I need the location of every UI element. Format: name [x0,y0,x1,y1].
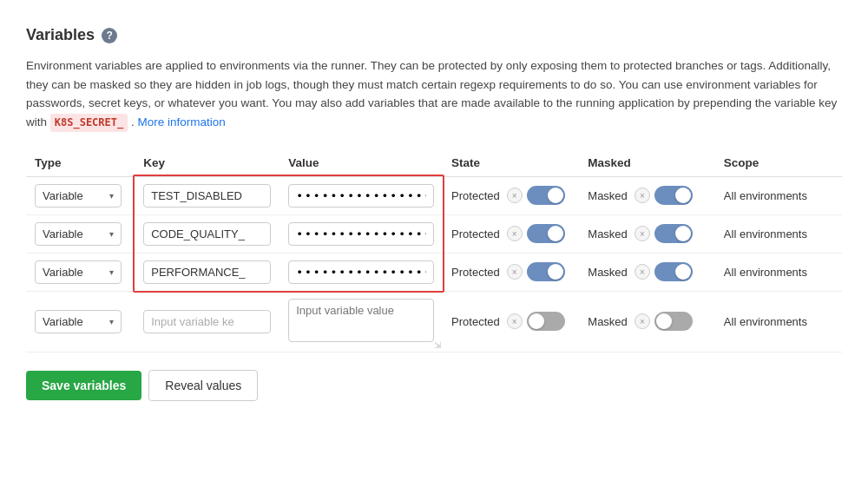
state-label-0: Protected [451,189,500,202]
scope-value-1: All environments [724,227,807,240]
value-input-0[interactable] [288,184,434,208]
key-cell-2 [135,253,279,291]
state-cell-2: Protected × [443,253,579,291]
variables-table-wrapper: Type Key Value State Masked Scope Variab… [26,149,842,353]
scope-cell-0: All environments [715,176,842,214]
rows-highlight-container: Type Key Value State Masked Scope Variab… [26,149,842,353]
key-input-1[interactable] [143,222,271,246]
masked-toggle-x-0[interactable]: × [635,188,650,203]
type-select-3[interactable]: Variable ▾ [35,310,122,333]
page-title-row: Variables ? [26,26,842,44]
col-header-value: Value [279,149,443,177]
type-select-2[interactable]: Variable ▾ [35,260,122,284]
scope-cell-2: All environments [715,253,842,291]
table-row: Variable ▾ Protected × [26,253,842,291]
masked-toggle-x-2[interactable]: × [635,264,650,280]
state-label-1: Protected [451,227,500,240]
k8s-badge: K8S_SECRET_ [50,114,128,132]
table-header-row: Type Key Value State Masked Scope [26,149,842,177]
masked-toggle-1[interactable] [654,224,693,243]
table-row: Variable ▾ Protected × [26,176,842,214]
state-toggle-wrapper-1: × [507,224,565,243]
state-label-3: Protected [451,315,500,328]
col-header-type: Type [26,149,135,177]
masked-toggle-wrapper-1: × [635,224,693,243]
state-cell-1: Protected × [443,214,579,253]
save-button[interactable]: Save variables [26,371,141,400]
masked-label-2: Masked [588,266,628,279]
state-toggle-x-2[interactable]: × [507,264,523,280]
masked-cell-1: Masked × [579,214,715,253]
value-cell-3: ⇲ [279,291,443,352]
state-toggle-x-3[interactable]: × [507,313,523,329]
chevron-down-icon: ▾ [109,229,114,239]
table-row: Variable ▾ Protected × [26,214,842,253]
col-header-state: State [443,149,579,177]
state-cell-3: Protected × [443,291,579,352]
footer-buttons: Save variables Reveal values [26,370,842,401]
key-input-3[interactable] [143,310,271,333]
type-label-1: Variable [43,227,83,240]
masked-cell-2: Masked × [579,253,715,291]
state-toggle-wrapper-3: × [507,312,565,331]
state-toggle-3[interactable] [527,312,565,331]
col-header-scope: Scope [715,149,842,177]
state-toggle-x-1[interactable]: × [507,226,523,241]
page-title-text: Variables [26,26,95,44]
state-toggle-2[interactable] [527,262,565,281]
description-text-2: . [128,115,137,128]
key-input-0[interactable] [143,184,271,208]
key-cell-0 [135,176,279,214]
state-toggle-wrapper-0: × [507,186,565,205]
chevron-down-icon: ▾ [109,317,114,326]
masked-toggle-x-3[interactable]: × [635,313,650,329]
masked-toggle-x-1[interactable]: × [635,226,650,241]
masked-toggle-0[interactable] [654,186,693,205]
type-label-3: Variable [43,315,83,328]
table-row: Variable ▾ ⇲ Protected × [26,291,842,352]
scope-cell-1: All environments [715,214,842,253]
masked-label-3: Masked [588,315,628,328]
masked-toggle-2[interactable] [654,262,693,281]
type-label-2: Variable [43,266,83,279]
masked-toggle-wrapper-3: × [635,312,693,331]
type-cell-0: Variable ▾ [26,176,135,214]
key-cell-3 [135,291,279,352]
value-textarea-3[interactable] [288,299,434,342]
type-cell-3: Variable ▾ [26,291,135,352]
chevron-down-icon: ▾ [109,191,114,201]
masked-cell-0: Masked × [579,176,715,214]
key-input-2[interactable] [143,260,271,284]
value-input-1[interactable] [288,222,434,246]
chevron-down-icon: ▾ [109,267,114,277]
value-cell-0 [279,176,443,214]
col-header-key: Key [135,149,279,177]
state-cell-0: Protected × [443,176,579,214]
type-select-0[interactable]: Variable ▾ [35,184,122,208]
value-input-2[interactable] [288,260,434,284]
masked-label-0: Masked [588,189,628,202]
state-label-2: Protected [451,266,500,279]
state-toggle-0[interactable] [527,186,565,205]
value-cell-1 [279,214,443,253]
reveal-button[interactable]: Reveal values [148,370,258,401]
state-toggle-1[interactable] [527,224,565,243]
col-header-masked: Masked [579,149,715,177]
info-icon[interactable]: ? [102,28,117,43]
masked-cell-3: Masked × [579,291,715,352]
state-toggle-x-0[interactable]: × [507,188,523,203]
scope-value-0: All environments [724,189,807,202]
key-cell-1 [135,214,279,253]
more-info-link[interactable]: More information [138,115,226,128]
masked-toggle-wrapper-2: × [635,262,693,281]
scope-value-3: All environments [724,315,807,328]
state-toggle-wrapper-2: × [507,262,565,281]
type-cell-2: Variable ▾ [26,253,135,291]
type-cell-1: Variable ▾ [26,214,135,253]
type-select-1[interactable]: Variable ▾ [35,222,122,246]
value-cell-2 [279,253,443,291]
masked-toggle-3[interactable] [654,312,693,331]
page-container: Variables ? Environment variables are ap… [26,26,842,401]
resize-icon: ⇲ [434,340,441,350]
variables-table: Type Key Value State Masked Scope Variab… [26,149,842,353]
